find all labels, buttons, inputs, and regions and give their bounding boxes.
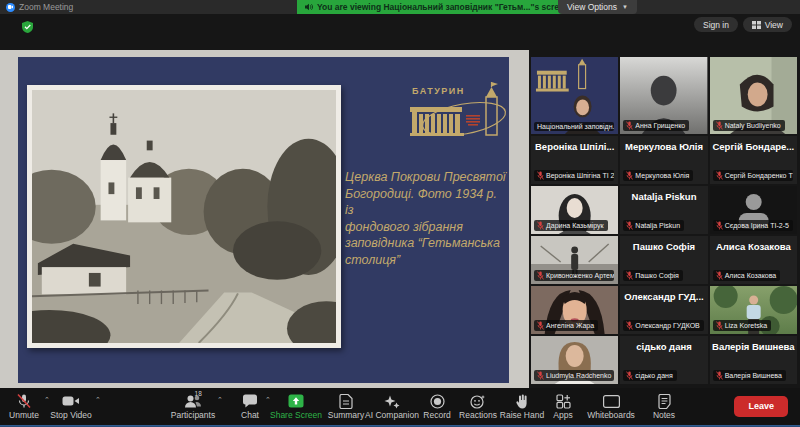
participant-name-label: Nataly Budliyenko [713,120,785,131]
video-options-chevron-icon[interactable]: ⌃ [95,396,101,404]
participant-tile[interactable]: Олександр ГУД... Олександр ГУДКОВ [620,286,707,334]
zoom-app-icon [6,3,15,12]
participant-tile[interactable]: Дарина Казьмірук [531,186,618,234]
muted-mic-icon [716,271,723,280]
participant-name-label: Natalja Piskun [623,220,684,231]
participant-tile[interactable]: Вероніка Шпілі... Вероніка Шпігіна ТІ 2.… [531,136,618,184]
participant-display-name: Сергій Бондаре... [712,141,795,152]
muted-mic-icon [626,221,633,230]
participant-tile[interactable]: Кривоноженко Артем ... [531,236,618,284]
participant-display-name: Меркулова Юлія [622,141,705,152]
participant-tile[interactable]: Пашко Софія Пашко Софія [620,236,707,284]
muted-mic-icon [716,171,723,180]
chevron-down-icon: ▼ [622,4,628,10]
participant-tile[interactable]: Алиса Козакова Алиса Козакова [710,236,797,284]
muted-mic-icon [716,121,723,130]
participant-tile[interactable]: Сергій Бондаре... Сергій Бондаренко ТІ .… [710,136,797,184]
participant-tile[interactable]: Liza Koretska [710,286,797,334]
participant-name-label: сідько даня [623,370,676,381]
participant-tile[interactable]: Nataly Budliyenko [710,57,797,134]
participant-display-name: Валерія Вишнева [712,341,795,352]
grid-view-icon [752,21,761,29]
participant-tile[interactable]: Валерія Вишнева Валерія Вишнева [710,336,797,384]
participant-name-label: Вероніка Шпігіна ТІ 2... [534,170,614,181]
participant-display-name: Вероніка Шпілі... [533,141,616,152]
participant-display-name: Natalja Piskun [622,191,705,202]
church-photo [27,85,341,348]
notes-button[interactable]: Notes [626,392,702,420]
participant-name-label: Олександр ГУДКОВ [623,320,703,331]
viewing-banner-text: You are viewing Національний заповідник … [317,2,569,12]
participant-display-name: сідько даня [622,341,705,352]
baturyn-logo: БАТУРИН [406,81,510,141]
participant-tile-speaker[interactable]: Національний заповідн... [531,57,618,134]
muted-mic-icon [716,321,723,330]
muted-mic-icon [716,221,723,230]
muted-mic-icon [626,121,633,130]
muted-mic-icon [537,371,544,380]
participant-name-label: Пашко Софія [623,270,683,281]
notes-icon [626,392,702,410]
encryption-shield-icon[interactable] [22,19,33,37]
participant-gallery: Національний заповідн... Анна Грищенко [531,57,797,385]
logo-wordmark: БАТУРИН [412,86,465,96]
participant-name-label: Алиса Козакова [713,270,781,281]
window-title: Zoom Meeting [19,2,73,12]
participant-name-label: Валерія Вишнева [713,370,786,381]
participant-tile[interactable]: Ангеліна Жара [531,286,618,334]
viewing-banner: You are viewing Національний заповідник … [297,0,577,14]
presentation-slide: БАТУРИН [18,57,509,383]
zoom-meeting-window: Zoom Meeting You are viewing Національни… [0,0,800,427]
speaker-icon [305,3,313,11]
participant-name-label: Національний заповідн... [534,122,614,131]
participant-name-label: Сєдова Ірина ТІ-2-5 [713,220,793,231]
participant-display-name: Алиса Козакова [712,241,795,252]
view-layout-button[interactable]: View [743,17,792,32]
muted-mic-icon [537,221,544,230]
shared-screen-area: БАТУРИН [0,50,529,388]
meeting-toolbar: Unmute ⌃ Stop Video ⌃ 18 Participants ⌃ … [0,388,800,425]
participant-name-label: Меркулова Юлія [623,170,693,181]
sign-in-button[interactable]: Sign in [694,17,738,32]
participant-tile[interactable]: Liudmyla Radchenko [531,336,618,384]
muted-mic-icon [537,271,544,280]
participant-tile[interactable]: Анна Грищенко [620,57,707,134]
participant-name-label: Сергій Бондаренко ТІ ... [713,170,793,181]
muted-mic-icon [626,171,633,180]
muted-mic-icon [626,321,633,330]
participant-tile[interactable]: Сєдова Ірина ТІ-2-5 [710,186,797,234]
leave-button[interactable]: Leave [734,396,788,417]
participant-display-name: Пашко Софія [622,241,705,252]
participant-name-label: Liudmyla Radchenko [534,370,614,381]
participants-count-badge: 18 [195,390,202,397]
slide-caption: Церква Покрови Пресвятої Богородиці. Фот… [345,169,507,268]
participant-tile[interactable]: Меркулова Юлія Меркулова Юлія [620,136,707,184]
muted-mic-icon [537,321,544,330]
participant-name-label: Анна Грищенко [623,120,689,131]
participant-tile[interactable]: Natalja Piskun Natalja Piskun [620,186,707,234]
muted-mic-icon [626,371,633,380]
participant-tile[interactable]: сідько даня сідько даня [620,336,707,384]
muted-mic-icon [537,171,544,180]
view-options-button[interactable]: View Options ▼ [558,0,637,14]
participant-name-label: Кривоноженко Артем ... [534,270,614,281]
participant-name-label: Liza Koretska [713,320,771,331]
muted-mic-icon [626,271,633,280]
muted-mic-icon [716,371,723,380]
participant-display-name: Олександр ГУД... [622,291,705,302]
participant-name-label: Ангеліна Жара [534,320,598,331]
participant-name-label: Дарина Казьмірук [534,220,608,231]
